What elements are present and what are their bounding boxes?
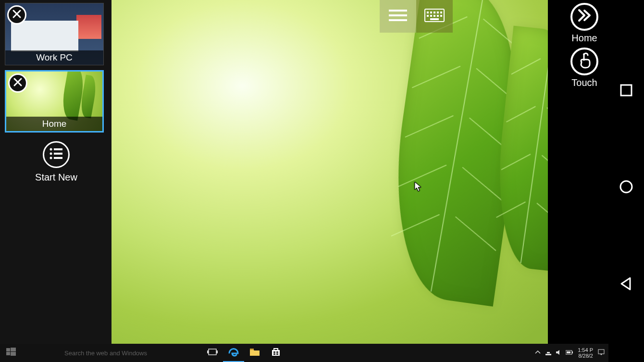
svg-rect-42 [598, 350, 604, 354]
home-action-label: Home [560, 33, 608, 44]
svg-rect-11 [433, 15, 435, 17]
session-switcher-panel: Work PC Home Start New [0, 0, 111, 344]
android-nav-bar [608, 0, 644, 362]
svg-rect-18 [54, 153, 62, 155]
svg-point-21 [583, 53, 585, 55]
svg-rect-22 [621, 85, 632, 96]
svg-rect-8 [440, 12, 442, 13]
taskbar-search-input[interactable]: Search the web and Windows [22, 344, 186, 362]
svg-rect-41 [567, 351, 570, 353]
right-action-panel: Home Touch [560, 3, 608, 92]
svg-point-17 [50, 153, 52, 155]
notification-icon [598, 349, 605, 357]
chevron-up-icon [535, 350, 541, 356]
touch-icon [577, 52, 592, 71]
tray-volume-button[interactable] [554, 349, 564, 357]
android-back-button[interactable] [619, 277, 633, 293]
svg-rect-24 [6, 348, 10, 351]
start-new-button[interactable]: Start New [5, 141, 108, 183]
action-center-button[interactable] [596, 349, 607, 357]
svg-rect-25 [11, 348, 16, 351]
remote-desktop-view[interactable] [111, 0, 548, 344]
svg-rect-33 [273, 351, 275, 353]
svg-rect-2 [389, 19, 407, 21]
svg-point-15 [50, 148, 52, 151]
svg-rect-37 [545, 354, 551, 355]
svg-rect-40 [572, 351, 573, 353]
remote-desktop-icon [576, 9, 593, 25]
svg-rect-26 [6, 352, 10, 355]
session-label: Home [6, 117, 102, 131]
folder-icon [249, 348, 260, 358]
svg-rect-10 [430, 15, 432, 17]
tray-battery-button[interactable] [564, 350, 575, 356]
session-card-work-pc[interactable]: Work PC [5, 3, 104, 65]
svg-rect-29 [207, 350, 209, 353]
touch-action-label: Touch [560, 77, 608, 88]
svg-rect-13 [440, 15, 442, 17]
svg-rect-6 [433, 12, 435, 13]
close-session-button[interactable] [8, 73, 27, 93]
network-icon [545, 349, 552, 357]
battery-icon [566, 350, 573, 356]
svg-rect-34 [276, 351, 278, 353]
svg-rect-1 [389, 14, 407, 16]
circle-icon [619, 187, 633, 195]
touch-action-button[interactable]: Touch [560, 48, 608, 88]
hamburger-icon [389, 9, 407, 24]
taskbar-clock[interactable]: 1:54 P 8/28/2 [578, 347, 593, 359]
close-icon [12, 9, 22, 21]
svg-rect-4 [427, 12, 429, 13]
svg-rect-27 [11, 352, 16, 356]
mouse-cursor-icon [414, 181, 422, 194]
clock-date: 8/28/2 [578, 353, 593, 359]
home-action-button[interactable]: Home [560, 3, 608, 44]
svg-point-19 [50, 157, 52, 159]
store-icon [271, 347, 281, 359]
android-home-button[interactable] [619, 180, 633, 196]
svg-rect-28 [209, 349, 216, 355]
start-button[interactable] [0, 344, 22, 362]
edge-icon [228, 347, 239, 359]
square-icon [619, 90, 633, 98]
taskbar-systray: 1:54 P 8/28/2 [533, 347, 608, 359]
svg-rect-38 [547, 352, 550, 353]
task-view-button[interactable] [202, 344, 223, 362]
close-icon [13, 77, 23, 89]
svg-rect-30 [216, 350, 218, 353]
windows-logo-icon [6, 347, 16, 359]
svg-rect-36 [276, 353, 278, 355]
menu-button[interactable] [380, 0, 416, 33]
remote-top-toolbar [380, 0, 453, 33]
clock-time: 1:54 P [578, 347, 593, 353]
windows-taskbar: Search the web and Windows 1:54 P 8/28/2 [0, 344, 608, 362]
list-icon [49, 147, 63, 162]
file-explorer-button[interactable] [244, 344, 265, 362]
session-card-home[interactable]: Home [5, 70, 104, 133]
svg-rect-14 [430, 18, 439, 20]
svg-rect-7 [437, 12, 439, 13]
tray-expand-button[interactable] [533, 350, 543, 356]
store-button[interactable] [265, 344, 286, 362]
svg-rect-35 [273, 353, 275, 355]
keyboard-icon [424, 9, 445, 24]
svg-rect-20 [54, 157, 62, 159]
svg-rect-16 [54, 148, 62, 150]
svg-rect-31 [250, 349, 254, 350]
svg-point-23 [620, 181, 632, 193]
close-session-button[interactable] [7, 5, 26, 24]
keyboard-button[interactable] [416, 0, 453, 33]
task-view-icon [207, 348, 218, 358]
svg-rect-5 [430, 12, 432, 13]
android-recents-button[interactable] [619, 84, 633, 99]
svg-rect-32 [272, 350, 280, 356]
session-label: Work PC [5, 50, 103, 65]
svg-rect-12 [437, 15, 439, 17]
volume-icon [556, 349, 562, 357]
taskbar-search-placeholder: Search the web and Windows [64, 350, 147, 357]
svg-rect-0 [389, 10, 407, 12]
triangle-back-icon [619, 284, 633, 292]
tray-network-button[interactable] [543, 349, 554, 357]
edge-browser-button[interactable] [223, 344, 244, 362]
svg-rect-9 [427, 15, 429, 17]
